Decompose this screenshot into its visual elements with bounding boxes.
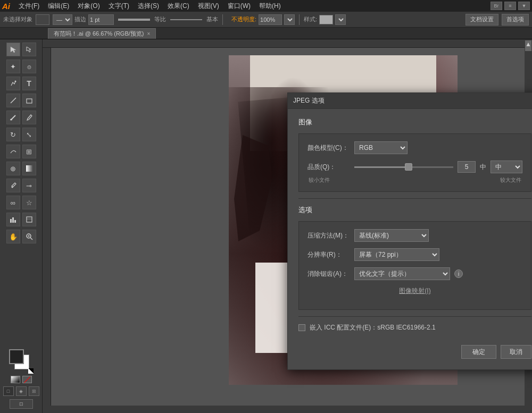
direct-selection-tool[interactable]	[22, 43, 36, 56]
quality-label: 品质(Q)：	[307, 163, 350, 172]
style-swatch[interactable]	[319, 15, 333, 24]
symbol-tool[interactable]: ☆	[22, 196, 36, 209]
separator-2	[298, 316, 531, 317]
preferences-button[interactable]: 首选项	[502, 14, 529, 26]
selection-tool[interactable]	[6, 43, 20, 56]
ruler-top	[43, 39, 525, 48]
color-model-label: 颜色模型(C)：	[307, 144, 350, 153]
bridge-btn[interactable]: Br	[491, 2, 502, 10]
quality-slider-thumb[interactable]	[405, 163, 412, 171]
svg-rect-7	[12, 217, 14, 223]
zoom-tool[interactable]	[22, 230, 36, 243]
stroke-type-select[interactable]: —	[53, 14, 72, 25]
quality-desc-label: 中	[480, 163, 486, 172]
swap-colors-icon[interactable]	[28, 368, 34, 374]
hand-tool[interactable]: ✋	[6, 230, 20, 243]
svg-line-1	[11, 98, 16, 103]
tool-row-6: ↻ ⤡	[0, 127, 42, 142]
options-section-title: 选项	[298, 205, 531, 215]
menu-edit[interactable]: 编辑(E)	[44, 1, 73, 12]
shape-builder-tool[interactable]: ⊕	[6, 162, 20, 175]
document-tab[interactable]: 有范吗！.ai @ 66.67% (RGB/预览) ×	[48, 28, 156, 39]
resolution-select[interactable]: 屏幕（72 ppi） 中（150 ppi） 高（300 ppi） 自定	[354, 248, 439, 261]
antialias-info-icon[interactable]: i	[454, 269, 463, 278]
quality-desc-select[interactable]: 低 中 高 最高	[491, 161, 522, 173]
quality-slider-container[interactable]	[354, 162, 453, 172]
svg-rect-8	[14, 220, 16, 223]
toolbar: 未选择对象 — 描边 等比 基本 不透明度: ▼ 样式: ▼ 文档设置 首选项	[0, 12, 532, 28]
pencil-tool[interactable]	[22, 111, 36, 124]
rect-tool[interactable]	[22, 94, 36, 107]
fill-color-swatch[interactable]	[36, 14, 49, 25]
workspace-arrow[interactable]: ▼	[518, 2, 530, 10]
draw-back-icon[interactable]: ◈	[16, 386, 27, 396]
embed-icc-checkbox[interactable]	[298, 324, 305, 331]
scrollbar-up-arrow[interactable]: ▲	[525, 40, 531, 51]
toolbox-colors: □ ◈ ⊠ ⊡	[0, 347, 42, 411]
doc-settings-button[interactable]: 文档设置	[466, 14, 498, 26]
ok-button[interactable]: 确定	[461, 345, 496, 359]
workspace-btn[interactable]: ≡	[504, 2, 516, 10]
brush-tool[interactable]	[6, 111, 20, 124]
menu-file[interactable]: 文件(F)	[14, 1, 44, 12]
opacity-select[interactable]: ▼	[284, 14, 295, 25]
type-tool[interactable]: T	[22, 77, 36, 90]
tool-row-8: ⊕	[0, 161, 42, 176]
gradient-swatch[interactable]	[11, 376, 20, 383]
svg-rect-9	[27, 217, 32, 222]
menu-help[interactable]: 帮助(H)	[255, 1, 285, 12]
svg-rect-2	[27, 99, 32, 103]
horizontal-scrollbar[interactable]	[43, 406, 532, 413]
draw-inside-icon[interactable]: ⊠	[29, 386, 39, 396]
embed-row: 嵌入 ICC 配置文件(E)：sRGB IEC61966-2.1	[298, 323, 531, 332]
foreground-color-swatch[interactable]	[9, 349, 24, 364]
svg-point-5	[11, 187, 13, 188]
scale-tool[interactable]: ⤡	[22, 128, 36, 141]
style-select[interactable]: ▼	[335, 14, 346, 25]
image-map-link[interactable]: 图像映射(I)	[399, 286, 430, 296]
tool-row-2: ✦ ⌾	[0, 58, 42, 74]
eyedropper-tool[interactable]	[6, 179, 20, 192]
tool-row-11	[0, 212, 42, 227]
menu-view[interactable]: 视图(V)	[194, 1, 223, 12]
menu-window[interactable]: 窗口(W)	[223, 1, 255, 12]
stroke-preview2	[170, 19, 202, 20]
rotate-tool[interactable]: ↻	[6, 128, 20, 141]
app-logo: Ai	[2, 2, 10, 11]
artboard-tool[interactable]	[22, 213, 36, 226]
image-map-row: 图像映射(I)	[307, 286, 522, 296]
canvas-area[interactable]: 有范吗！ 有啊，在锅里 JPEG 选项 图像 颜色模型(C)：	[43, 39, 532, 413]
none-swatch[interactable]	[22, 376, 32, 383]
menu-select[interactable]: 选择(S)	[134, 1, 163, 12]
menu-type[interactable]: 文字(T)	[104, 1, 134, 12]
free-transform-tool[interactable]: ⊞	[22, 145, 36, 158]
quality-slider-fill	[354, 166, 409, 168]
svg-point-0	[14, 81, 16, 82]
draw-normal-icon[interactable]: □	[3, 386, 14, 396]
magic-wand-tool[interactable]: ✦	[6, 60, 20, 73]
ruler-left	[43, 48, 51, 406]
antialias-row: 消除锯齿(A)： 无 优化图稿（超级采样） 优化文字（提示） i	[307, 267, 522, 280]
column-chart-tool[interactable]	[6, 213, 20, 226]
line-tool[interactable]	[6, 94, 20, 107]
stroke-width-input[interactable]	[88, 14, 114, 25]
blend-tool[interactable]: ∞	[6, 196, 20, 209]
tool-row-3: T	[0, 75, 42, 91]
quality-value-box: 5	[458, 161, 476, 173]
cancel-button[interactable]: 取消	[501, 345, 531, 359]
gradient-tool[interactable]	[22, 162, 36, 175]
separator2	[299, 14, 300, 25]
color-model-select[interactable]: RGB CMYK 灰度	[354, 141, 408, 154]
opacity-input[interactable]	[259, 14, 282, 25]
menu-object[interactable]: 对象(O)	[73, 1, 104, 12]
measure-tool[interactable]: ⊸	[22, 179, 36, 192]
lasso-tool[interactable]: ⌾	[22, 60, 36, 73]
menu-effect[interactable]: 效果(C)	[163, 1, 194, 12]
compress-select[interactable]: 基线(标准) 基线已优化 连续	[354, 229, 429, 242]
tab-filename: 有范吗！.ai @ 66.67% (RGB/预览)	[54, 30, 144, 38]
antialias-select[interactable]: 无 优化图稿（超级采样） 优化文字（提示）	[354, 267, 450, 280]
tab-close-button[interactable]: ×	[147, 31, 150, 37]
screen-mode-btn[interactable]: ⊡	[10, 399, 33, 409]
warp-tool[interactable]	[6, 145, 20, 158]
pen-tool[interactable]	[6, 77, 20, 90]
